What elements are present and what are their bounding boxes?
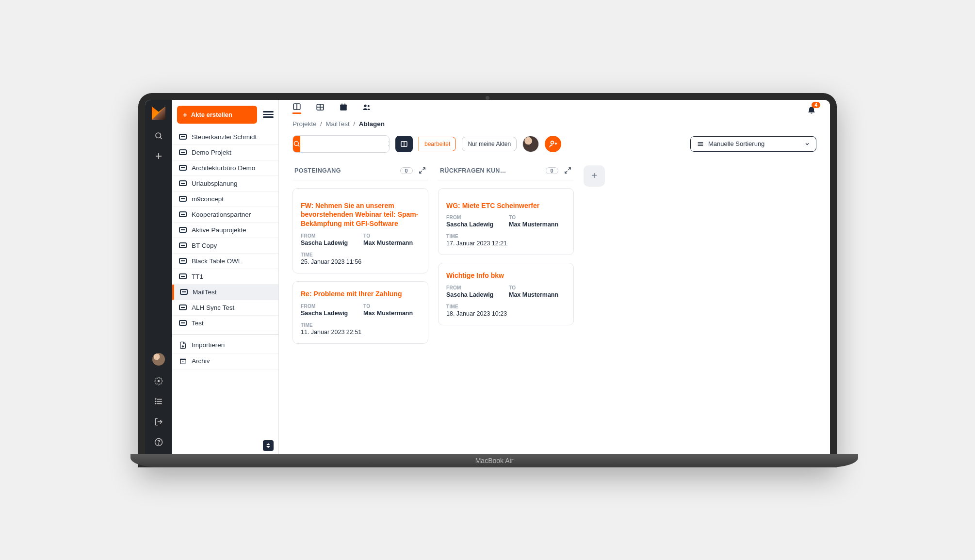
screen: + Akte erstellen Steuerkanzlei SchmidtDe… <box>145 100 830 454</box>
archive-item[interactable]: Archiv <box>172 353 278 369</box>
from-label: FROM <box>301 233 358 239</box>
breadcrumb-project[interactable]: MailTest <box>325 120 350 128</box>
project-item[interactable]: TT1 <box>172 269 278 285</box>
mail-card[interactable]: Wichtige Info bkw FROM Sascha Ladewig TO… <box>438 263 574 325</box>
archive-icon <box>179 357 187 365</box>
breadcrumb-projects[interactable]: Projekte <box>292 120 317 128</box>
time-label: TIME <box>446 304 566 309</box>
topbar: 4 <box>279 100 830 114</box>
to-label: TO <box>509 285 566 290</box>
tab-people-icon[interactable] <box>362 105 371 114</box>
project-item[interactable]: m9concept <box>172 192 278 207</box>
tab-grid-icon[interactable] <box>316 105 325 114</box>
board-column: RÜCKFRAGEN KUN… 0 WG: Miete ETC Scheinwe… <box>438 163 574 454</box>
svg-point-8 <box>155 403 156 404</box>
camera-dot <box>486 96 489 100</box>
add-assignee-button[interactable] <box>545 136 561 152</box>
settings-icon[interactable] <box>154 376 163 386</box>
tab-board-icon[interactable] <box>292 105 301 114</box>
time-value: 11. Januar 2023 22:51 <box>301 329 420 336</box>
project-item[interactable]: ALH Sync Test <box>172 300 278 316</box>
search-box: ✕ <box>292 135 390 153</box>
project-item[interactable]: MailTest <box>172 285 278 300</box>
project-item[interactable]: Black Table OWL <box>172 254 278 269</box>
folder-icon <box>180 289 188 295</box>
import-item[interactable]: Importieren <box>172 334 278 353</box>
project-item[interactable]: Demo Projekt <box>172 145 278 160</box>
project-item[interactable]: Aktive Pauprojekte <box>172 223 278 238</box>
import-label: Importieren <box>192 341 225 349</box>
user-avatar[interactable] <box>152 353 165 366</box>
card-subject: Re: Probleme mit Ihrer Zahlung <box>301 289 420 299</box>
add-column-button[interactable]: + <box>584 165 605 187</box>
project-label: m9concept <box>192 195 224 203</box>
project-sidebar: + Akte erstellen Steuerkanzlei SchmidtDe… <box>172 100 279 454</box>
folder-icon <box>179 273 187 279</box>
svg-point-26 <box>294 142 299 146</box>
project-label: TT1 <box>192 273 203 280</box>
project-item[interactable]: Test <box>172 316 278 331</box>
search-submit-button[interactable] <box>293 136 300 152</box>
time-value: 18. Januar 2023 10:23 <box>446 310 566 317</box>
filter-mine-button[interactable]: Nur meine Akten <box>462 137 517 151</box>
app-logo <box>152 107 165 120</box>
folder-icon <box>179 180 187 186</box>
to-name: Max Mustermann <box>509 221 566 228</box>
collapse-handle[interactable] <box>263 440 274 451</box>
column-count: 0 <box>400 167 413 174</box>
project-label: Kooperationspartner <box>192 211 251 218</box>
time-label: TIME <box>301 252 420 257</box>
column-title: RÜCKFRAGEN KUN… <box>440 167 541 174</box>
search-input[interactable] <box>300 136 388 152</box>
filter-edited-button[interactable]: bearbeitet <box>419 137 456 151</box>
mail-card[interactable]: WG: Miete ETC Scheinwerfer FROM Sascha L… <box>438 188 574 256</box>
plus-icon[interactable] <box>154 151 163 161</box>
from-name: Sascha Ladewig <box>301 310 358 317</box>
sort-icon <box>697 140 704 148</box>
search-clear-button[interactable]: ✕ <box>388 139 390 148</box>
laptop-frame: + Akte erstellen Steuerkanzlei SchmidtDe… <box>138 93 837 467</box>
create-file-label: Akte erstellen <box>191 111 232 118</box>
search-icon[interactable] <box>154 131 163 141</box>
tab-calendar-icon[interactable] <box>339 105 348 114</box>
column-header: RÜCKFRAGEN KUN… 0 <box>438 163 574 180</box>
laptop-base: MacBook Air <box>130 454 858 467</box>
mail-card[interactable]: FW: Nehmen Sie an unserem bevorstehenden… <box>292 188 428 274</box>
svg-line-36 <box>422 168 425 170</box>
logout-icon[interactable] <box>154 417 163 427</box>
create-file-button[interactable]: + Akte erstellen <box>177 106 257 124</box>
expand-icon[interactable] <box>418 166 426 175</box>
mail-card[interactable]: Re: Probleme mit Ihrer Zahlung FROM Sasc… <box>292 281 428 344</box>
to-name: Max Mustermann <box>509 291 566 298</box>
expand-icon[interactable] <box>563 166 572 175</box>
hamburger-icon[interactable] <box>263 111 274 118</box>
project-item[interactable]: Urlaubsplanung <box>172 176 278 192</box>
svg-line-27 <box>298 145 299 146</box>
project-item[interactable]: BT Copy <box>172 238 278 254</box>
help-icon[interactable] <box>154 437 163 447</box>
time-label: TIME <box>301 322 420 328</box>
column-title: POSTEINGANG <box>294 167 395 174</box>
project-label: Black Table OWL <box>192 257 242 265</box>
project-label: Aktive Pauprojekte <box>192 226 246 234</box>
folder-icon <box>179 258 187 264</box>
layout-toggle-button[interactable] <box>395 136 413 152</box>
folder-icon <box>179 149 187 155</box>
svg-line-39 <box>565 171 567 173</box>
project-label: Steuerkanzlei Schmidt <box>192 133 257 141</box>
column-header: POSTEINGANG 0 <box>292 163 428 180</box>
from-label: FROM <box>446 285 503 290</box>
sort-dropdown[interactable]: Manuelle Sortierung <box>690 136 816 152</box>
project-item[interactable]: Steuerkanzlei Schmidt <box>172 129 278 145</box>
project-label: Urlaubsplanung <box>192 180 238 187</box>
folder-icon <box>179 211 187 217</box>
notification-badge: 4 <box>812 102 820 108</box>
folder-icon <box>179 320 187 326</box>
svg-rect-13 <box>180 358 186 360</box>
project-item[interactable]: Kooperationspartner <box>172 207 278 223</box>
assignee-avatar[interactable] <box>522 136 539 152</box>
project-item[interactable]: Architekturbüro Demo <box>172 160 278 176</box>
folder-icon <box>179 242 187 248</box>
list-icon[interactable] <box>154 397 163 406</box>
notification-bell[interactable]: 4 <box>807 105 816 114</box>
